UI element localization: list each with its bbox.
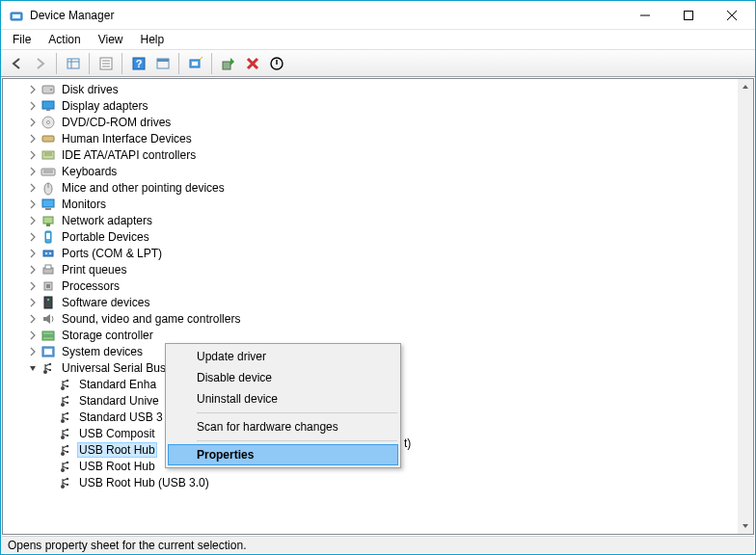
expand-icon[interactable] — [26, 214, 40, 227]
tree-label: Disk drives — [60, 82, 121, 97]
expand-icon[interactable] — [26, 296, 40, 309]
svg-point-73 — [61, 468, 65, 472]
context-uninstall-device[interactable]: Uninstall device — [168, 388, 398, 410]
svg-point-76 — [61, 485, 65, 489]
expand-icon[interactable] — [26, 263, 40, 277]
software-icon — [40, 295, 56, 310]
expand-icon[interactable] — [26, 116, 40, 129]
menu-help[interactable]: Help — [133, 31, 173, 48]
help-button[interactable]: ? — [127, 52, 149, 74]
device-category[interactable]: Human Interface Devices — [3, 130, 738, 146]
forward-button[interactable] — [29, 52, 51, 74]
svg-rect-39 — [46, 224, 50, 226]
device-category[interactable]: Disk drives — [3, 81, 738, 97]
svg-rect-1 — [13, 14, 20, 18]
usbdev-icon — [58, 459, 73, 474]
device-category[interactable]: Sound, video and game controllers — [3, 310, 738, 327]
device-item[interactable]: USB Root Hub (USB 3.0) — [3, 474, 738, 490]
menu-file[interactable]: File — [5, 31, 39, 48]
expand-icon[interactable] — [26, 99, 40, 113]
svg-rect-60 — [67, 385, 68, 387]
device-category[interactable]: Ports (COM & LPT) — [3, 245, 738, 261]
device-category[interactable]: Storage controller — [3, 327, 738, 343]
portable-icon — [40, 229, 56, 245]
disable-device-button[interactable] — [265, 52, 287, 74]
monitor-icon — [40, 197, 56, 212]
usbdev-icon — [58, 475, 73, 490]
tree-label: USB Root Hub — [77, 442, 157, 458]
scroll-down-button[interactable] — [738, 518, 753, 534]
svg-rect-78 — [67, 484, 68, 486]
tree-label: Standard USB 3 — [77, 410, 165, 425]
device-category[interactable]: Processors — [3, 278, 738, 294]
expand-icon[interactable] — [26, 230, 40, 244]
expand-icon[interactable] — [26, 247, 40, 260]
tree-label: USB Composit — [77, 426, 157, 441]
window-title: Device Manager — [30, 9, 623, 22]
cpu-icon — [40, 278, 56, 294]
device-category[interactable]: Portable Devices — [3, 228, 738, 245]
expand-icon[interactable] — [26, 132, 40, 145]
uninstall-device-button[interactable] — [241, 52, 263, 74]
scroll-up-button[interactable] — [738, 79, 753, 94]
expand-icon[interactable] — [26, 181, 40, 195]
usbdev-icon — [58, 442, 73, 458]
disk-icon — [40, 82, 56, 97]
device-category[interactable]: Print queues — [3, 261, 738, 278]
svg-rect-16 — [157, 59, 169, 62]
device-category[interactable]: Monitors — [3, 196, 738, 212]
svg-rect-3 — [684, 11, 692, 19]
action-dropdown-icon[interactable] — [151, 52, 174, 74]
expand-icon[interactable] — [26, 345, 40, 358]
expand-icon[interactable] — [26, 148, 40, 162]
device-category[interactable]: Network adapters — [3, 212, 738, 228]
title-bar: Device Manager — [1, 1, 755, 30]
no-expander — [43, 410, 57, 424]
expand-icon[interactable] — [26, 329, 40, 342]
menu-action[interactable]: Action — [40, 31, 88, 48]
svg-point-74 — [67, 461, 68, 462]
context-scan-hardware[interactable]: Scan for hardware changes — [168, 416, 398, 437]
tree-label: USB Root Hub (USB 3.0) — [77, 475, 211, 490]
expand-icon[interactable] — [26, 279, 40, 293]
menu-view[interactable]: View — [91, 31, 131, 48]
device-category[interactable]: Mice and other pointing devices — [3, 179, 738, 196]
device-category[interactable]: DVD/CD-ROM drives — [3, 114, 738, 130]
context-update-driver[interactable]: Update driver — [168, 346, 398, 367]
expand-icon[interactable] — [26, 83, 40, 96]
scan-hardware-button[interactable] — [184, 52, 206, 74]
minimize-button[interactable] — [623, 1, 666, 29]
svg-rect-36 — [42, 199, 54, 207]
tree-label: Storage controller — [60, 328, 155, 343]
svg-point-44 — [49, 252, 51, 254]
svg-point-62 — [67, 395, 68, 397]
printer-icon — [40, 262, 56, 278]
no-expander — [43, 460, 57, 473]
expand-icon[interactable] — [26, 165, 40, 178]
svg-rect-48 — [46, 284, 50, 288]
device-category[interactable]: Software devices — [3, 294, 738, 310]
context-properties[interactable]: Properties — [168, 444, 398, 465]
device-category[interactable]: Keyboards — [3, 163, 738, 179]
collapse-icon[interactable] — [26, 361, 40, 375]
tree-label: Display adapters — [60, 98, 149, 114]
back-button[interactable] — [5, 52, 27, 74]
context-disable-device[interactable]: Disable device — [168, 367, 398, 388]
svg-rect-51 — [42, 331, 54, 335]
device-category[interactable]: Display adapters — [3, 97, 738, 114]
update-driver-button[interactable] — [217, 52, 239, 74]
expand-icon[interactable] — [26, 198, 40, 211]
show-hide-console-tree-button[interactable] — [62, 52, 84, 74]
expand-icon[interactable] — [26, 312, 40, 326]
tree-label: Standard Unive — [77, 393, 161, 409]
app-icon — [9, 8, 24, 23]
device-category[interactable]: IDE ATA/ATAPI controllers — [3, 146, 738, 163]
maximize-button[interactable] — [666, 1, 710, 29]
no-expander — [43, 443, 57, 457]
vertical-scrollbar[interactable] — [738, 79, 753, 534]
svg-point-77 — [67, 477, 68, 479]
svg-point-64 — [61, 419, 65, 423]
properties-button[interactable] — [94, 52, 117, 74]
tree-label: Print queues — [60, 262, 128, 278]
close-button[interactable] — [710, 1, 753, 29]
